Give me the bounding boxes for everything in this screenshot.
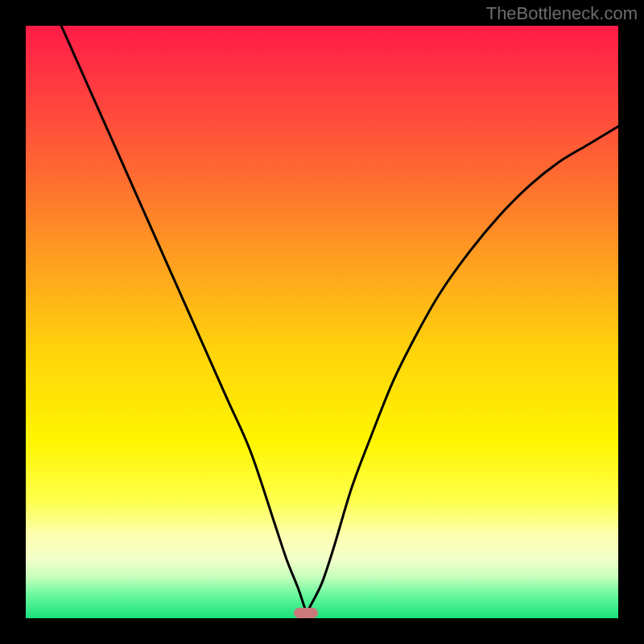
watermark-text: TheBottleneck.com bbox=[486, 3, 638, 24]
plot-gradient-bg bbox=[26, 26, 618, 618]
minimum-marker bbox=[294, 608, 317, 618]
plot-frame bbox=[26, 26, 618, 618]
